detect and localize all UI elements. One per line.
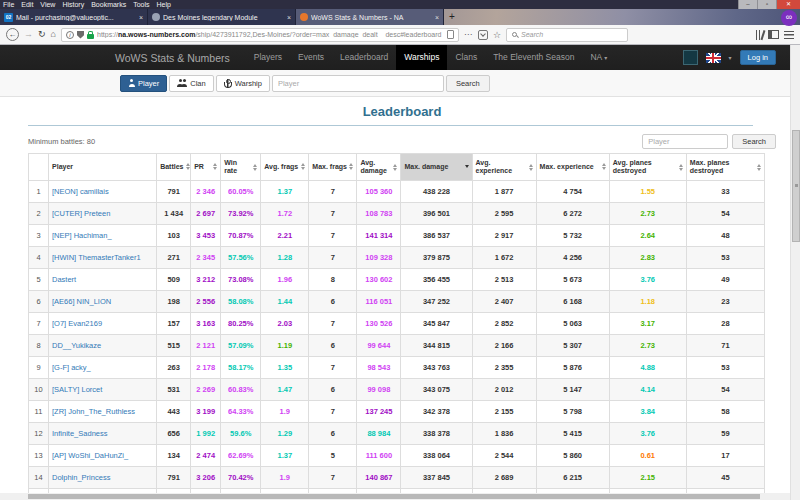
tab-title: WoWS Stats & Numbers - NA [311, 14, 432, 21]
site-search-input[interactable] [272, 75, 444, 92]
tab-close-icon[interactable]: × [287, 14, 291, 21]
pocket-icon[interactable] [478, 30, 488, 40]
uk-flag-icon[interactable] [706, 53, 721, 63]
info-icon[interactable]: i [66, 31, 74, 39]
col-avg-planes[interactable]: Avg. planes destroyed [609, 154, 686, 181]
home-button[interactable]: ⌂ [51, 28, 56, 41]
player-link[interactable]: [NEP] Hachiman_ [52, 231, 112, 240]
player-link[interactable]: [SALTY] Lorcet [52, 385, 102, 394]
col-max-experience[interactable]: Max. experience [536, 154, 609, 181]
search-tab-warship[interactable]: Warship [216, 75, 270, 92]
stat-cell: 109 328 [357, 247, 401, 269]
col-pr[interactable]: PR [191, 154, 221, 181]
nav-region[interactable]: NA ▾ [582, 45, 615, 71]
back-button[interactable]: ← [6, 28, 19, 41]
close-button[interactable]: ✕ [776, 0, 800, 9]
horizontal-scrollbar-thumb[interactable] [28, 494, 760, 499]
stat-cell: 4 754 [536, 181, 609, 203]
page-actions-icon[interactable]: ⋯ [464, 30, 473, 39]
col-avg-experience[interactable]: Avg. experience [472, 154, 536, 181]
player-link[interactable]: [G-F] acky_ [52, 363, 91, 372]
site-brand[interactable]: WoWS Stats & Numbers [115, 52, 230, 64]
menu-tools[interactable]: Tools [133, 1, 149, 9]
stat-cell: 140 867 [357, 467, 401, 489]
stat-cell: 54 [686, 379, 764, 401]
player-link[interactable]: [HWIN] ThemasterTanker1 [52, 253, 141, 262]
stat-cell: 73.92% [221, 203, 261, 225]
maximize-button[interactable]: ▫ [757, 0, 776, 9]
menu-bookmarks[interactable]: Bookmarks [91, 1, 126, 9]
tracking-shield-icon[interactable] [77, 31, 84, 39]
col-avg-damage[interactable]: Avg. damage [357, 154, 401, 181]
navbar-search-box[interactable] [683, 50, 698, 65]
forward-button[interactable]: → [24, 28, 33, 41]
col-max-damage-sorted[interactable]: Max. damage [401, 154, 472, 181]
player-link[interactable]: [O7] Evan2169 [52, 319, 102, 328]
sort-icon [301, 163, 305, 170]
player-link[interactable]: Infinite_Sadness [52, 429, 107, 438]
player-link[interactable]: [NEON] camillais [52, 187, 109, 196]
stat-cell: 111 600 [357, 445, 401, 467]
new-tab-button[interactable]: + [444, 9, 460, 25]
nav-eleventh-season[interactable]: The Eleventh Season [485, 45, 582, 70]
player-link[interactable]: Dolphin_Princess [52, 473, 110, 482]
stat-cell: 1.47 [261, 379, 309, 401]
menu-history[interactable]: History [62, 1, 84, 9]
stat-cell: 71 [686, 335, 764, 357]
stat-cell: 338 064 [401, 445, 472, 467]
tab-mail[interactable]: 02 Mail - purchasing@valueoptic... × [0, 9, 148, 25]
extension-badge-icon[interactable]: ∞ [781, 10, 797, 26]
menu-help[interactable]: Help [157, 1, 171, 9]
bookmark-star-icon[interactable]: ☆ [493, 30, 501, 40]
nav-leaderboard[interactable]: Leaderboard [332, 45, 396, 70]
nav-clans[interactable]: Clans [447, 45, 485, 70]
nav-players[interactable]: Players [246, 45, 290, 70]
stat-cell: 7 [309, 401, 357, 423]
tab-wows-stats[interactable]: WoWS Stats & Numbers - NA × [296, 9, 444, 25]
menu-view[interactable]: View [40, 1, 55, 9]
stat-cell: 1.35 [261, 357, 309, 379]
sort-icon [213, 163, 217, 170]
col-max-planes[interactable]: Max. planes destroyed [686, 154, 764, 181]
col-battles[interactable]: Battles [157, 154, 191, 181]
vertical-scrollbar-thumb[interactable] [792, 130, 800, 242]
browser-search-box[interactable]: Search [506, 28, 628, 42]
site-search-button[interactable]: Search [446, 75, 490, 92]
player-filter-input[interactable] [642, 134, 728, 149]
orange-circle-icon [300, 13, 308, 21]
chevron-down-icon[interactable]: ▾ [729, 54, 732, 61]
search-tab-player[interactable]: Player [120, 75, 167, 92]
horizontal-scrollbar[interactable] [0, 493, 790, 500]
player-link[interactable]: DD__Yukikaze [52, 341, 101, 350]
menu-edit[interactable]: Edit [21, 1, 33, 9]
tab-close-icon[interactable]: × [139, 14, 143, 21]
stat-cell: 99 644 [357, 335, 401, 357]
library-icon[interactable] [756, 30, 764, 40]
player-link[interactable]: [ZR] John_The_Ruthless [52, 407, 135, 416]
tab-close-icon[interactable]: × [435, 14, 439, 21]
col-max-frags[interactable]: Max. frags [309, 154, 357, 181]
hamburger-menu-icon[interactable] [784, 31, 794, 39]
nav-warships[interactable]: Warships [396, 45, 447, 70]
col-win-rate[interactable]: Win rate [221, 154, 261, 181]
player-link[interactable]: [AE66] NIN_LION [52, 297, 111, 306]
col-avg-frags[interactable]: Avg. frags [261, 154, 309, 181]
refresh-button[interactable]: ↻ [38, 28, 46, 41]
sidebar-icon[interactable] [768, 30, 779, 39]
player-filter-button[interactable]: Search [732, 134, 776, 149]
search-tab-clan[interactable]: Clan [169, 75, 213, 92]
stat-cell: 344 815 [401, 335, 472, 357]
reader-mode-icon[interactable] [447, 30, 454, 39]
minimize-button[interactable]: – [738, 0, 757, 9]
player-link[interactable]: [CUTER] Preteen [52, 209, 110, 218]
login-button[interactable]: Log in [740, 50, 776, 65]
player-link[interactable]: Dastert [52, 275, 76, 284]
vertical-scrollbar[interactable] [790, 45, 800, 500]
table-row: 3[NEP] Hachiman_1033 45370.87%2.217141 3… [29, 225, 765, 247]
nav-events[interactable]: Events [290, 45, 332, 70]
player-link[interactable]: [AP] WoShi_DaHunZi_ [52, 451, 128, 460]
url-bar[interactable]: i https://na.wows-numbers.com/ship/42739… [61, 28, 459, 42]
tab-des-moines[interactable]: Des Moines legendary Module × [148, 9, 296, 25]
menu-file[interactable]: File [3, 1, 14, 9]
stat-cell: 6 [309, 423, 357, 445]
